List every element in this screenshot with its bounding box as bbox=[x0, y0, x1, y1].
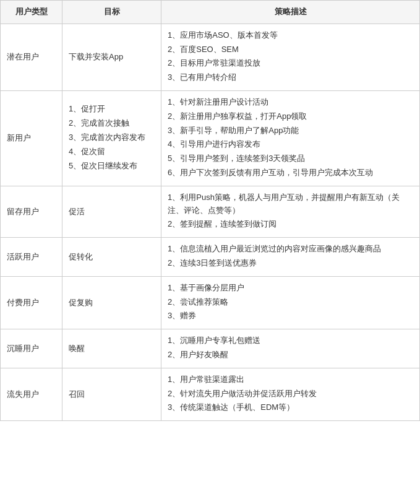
header-goal: 目标 bbox=[62, 1, 161, 24]
strategy-item: 1、信息流植入用户最近浏览过的内容对应画像的感兴趣商品 bbox=[168, 243, 413, 256]
strategy-item: 1、针对新注册用户设计活动 bbox=[168, 96, 413, 109]
strategy-item: 2、目标用户常驻渠道投放 bbox=[168, 57, 413, 70]
strategy-item: 2、针对流失用户做活动并促活跃用户转发 bbox=[168, 388, 413, 401]
strategy-item: 3、已有用户转介绍 bbox=[168, 71, 413, 84]
strategy-item: 3、赠券 bbox=[168, 310, 413, 323]
strategy-item: 1、用户常驻渠道露出 bbox=[168, 373, 413, 386]
goal-item: 5、促次日继续发布 bbox=[69, 160, 155, 173]
strategy-cell: 1、信息流植入用户最近浏览过的内容对应画像的感兴趣商品2、连续3日签到送优惠券 bbox=[161, 238, 420, 277]
strategy-cell: 1、沉睡用户专享礼包赠送2、用户好友唤醒 bbox=[161, 329, 420, 368]
user-type-cell: 流失用户 bbox=[1, 368, 62, 420]
strategy-item: 1、基于画像分层用户 bbox=[168, 282, 413, 295]
goal-cell: 1、促打开2、完成首次接触3、完成首次内容发布4、促次留5、促次日继续发布 bbox=[62, 90, 161, 186]
user-type-cell: 留存用户 bbox=[1, 186, 62, 237]
user-type-cell: 沉睡用户 bbox=[1, 329, 62, 368]
header-user-type: 用户类型 bbox=[1, 1, 62, 24]
goal-cell: 唤醒 bbox=[62, 329, 161, 368]
strategy-item: 2、连续3日签到送优惠券 bbox=[168, 257, 413, 270]
strategy-item: 3、传统渠道触达（手机、EDM等） bbox=[168, 401, 413, 414]
strategy-item: 2、尝试推荐策略 bbox=[168, 296, 413, 309]
strategy-item: 6、用户下次签到反馈有用户互动，引导用户完成本次互动 bbox=[168, 167, 413, 180]
goal-cell: 促活 bbox=[62, 186, 161, 237]
strategy-item: 2、百度SEO、SEM bbox=[168, 43, 413, 56]
strategy-item: 2、签到提醒，连续签到做订阅 bbox=[168, 218, 413, 231]
goal-item: 2、完成首次接触 bbox=[69, 117, 155, 130]
strategy-cell: 1、利用Push策略，机器人与用户互动，并提醒用户有新互动（关注、评论、点赞等）… bbox=[161, 186, 420, 237]
user-type-cell: 潜在用户 bbox=[1, 24, 62, 90]
user-type-cell: 活跃用户 bbox=[1, 238, 62, 277]
header-strategy: 策略描述 bbox=[161, 1, 420, 24]
goal-cell: 下载并安装App bbox=[62, 24, 161, 90]
goal-item: 3、完成首次内容发布 bbox=[69, 131, 155, 144]
strategy-item: 2、新注册用户独享权益，打开App领取 bbox=[168, 110, 413, 123]
user-type-cell: 新用户 bbox=[1, 90, 62, 186]
user-type-cell: 付费用户 bbox=[1, 276, 62, 329]
strategy-item: 3、新手引导，帮助用户了解App功能 bbox=[168, 124, 413, 137]
goal-cell: 促复购 bbox=[62, 276, 161, 329]
strategy-cell: 1、应用市场ASO、版本首发等2、百度SEO、SEM2、目标用户常驻渠道投放3、… bbox=[161, 24, 420, 90]
strategy-cell: 1、针对新注册用户设计活动2、新注册用户独享权益，打开App领取3、新手引导，帮… bbox=[161, 90, 420, 186]
goal-item: 4、促次留 bbox=[69, 146, 155, 159]
strategy-cell: 1、基于画像分层用户2、尝试推荐策略3、赠券 bbox=[161, 276, 420, 329]
strategy-item: 1、利用Push策略，机器人与用户互动，并提醒用户有新互动（关注、评论、点赞等） bbox=[168, 191, 413, 217]
goal-item: 1、促打开 bbox=[69, 103, 155, 116]
goal-cell: 召回 bbox=[62, 368, 161, 420]
goal-cell: 促转化 bbox=[62, 238, 161, 277]
strategy-item: 1、沉睡用户专享礼包赠送 bbox=[168, 334, 413, 347]
strategy-item: 1、应用市场ASO、版本首发等 bbox=[168, 29, 413, 42]
strategy-cell: 1、用户常驻渠道露出2、针对流失用户做活动并促活跃用户转发3、传统渠道触达（手机… bbox=[161, 368, 420, 420]
strategy-item: 2、用户好友唤醒 bbox=[168, 349, 413, 362]
strategy-item: 5、引导用户签到，连续签到3天领奖品 bbox=[168, 152, 413, 165]
strategy-item: 4、引导用户进行内容发布 bbox=[168, 138, 413, 151]
